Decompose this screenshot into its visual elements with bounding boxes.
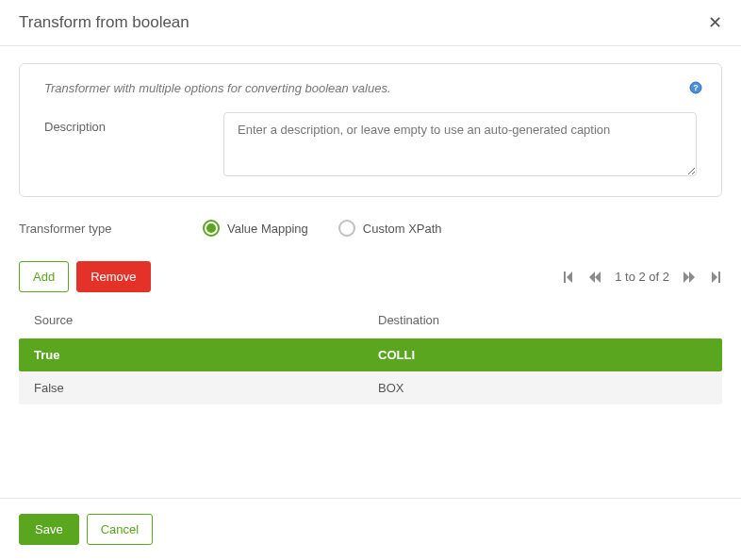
table-row[interactable]: False BOX bbox=[19, 371, 722, 404]
save-button[interactable]: Save bbox=[19, 514, 79, 545]
remove-button[interactable]: Remove bbox=[76, 261, 150, 292]
close-button[interactable]: ✕ bbox=[708, 14, 722, 31]
cell-destination: COLLI bbox=[370, 348, 715, 362]
description-label: Description bbox=[44, 112, 223, 134]
pager-first-icon[interactable] bbox=[562, 272, 575, 283]
cancel-button[interactable]: Cancel bbox=[87, 514, 153, 545]
table-row[interactable]: True COLLI bbox=[19, 338, 722, 371]
transformer-type-group: Value Mapping Custom XPath bbox=[203, 220, 442, 237]
svg-text:?: ? bbox=[693, 83, 699, 92]
radio-value-mapping[interactable]: Value Mapping bbox=[203, 220, 308, 237]
column-destination: Destination bbox=[370, 313, 715, 327]
dialog-header: Transform from boolean ✕ bbox=[0, 0, 741, 46]
dialog-footer: Save Cancel bbox=[0, 498, 741, 560]
mapping-table: Source Destination True COLLI False BOX bbox=[19, 313, 722, 404]
table-header: Source Destination bbox=[19, 313, 722, 338]
description-panel: Transformer with multiple options for co… bbox=[19, 63, 722, 197]
panel-intro-text: Transformer with multiple options for co… bbox=[44, 81, 697, 95]
table-toolbar: Add Remove 1 to 2 of 2 bbox=[19, 261, 722, 292]
dialog-title: Transform from boolean bbox=[19, 13, 189, 32]
radio-label: Custom XPath bbox=[363, 222, 442, 236]
description-input[interactable] bbox=[223, 112, 697, 176]
pager-last-icon[interactable] bbox=[709, 272, 722, 283]
cell-source: False bbox=[26, 381, 370, 395]
radio-custom-xpath[interactable]: Custom XPath bbox=[338, 220, 442, 237]
radio-label: Value Mapping bbox=[227, 222, 308, 236]
radio-icon bbox=[338, 220, 355, 237]
help-icon[interactable]: ? bbox=[689, 81, 702, 94]
pager: 1 to 2 of 2 bbox=[562, 270, 722, 284]
cell-destination: BOX bbox=[370, 381, 715, 395]
column-source: Source bbox=[26, 313, 370, 327]
dialog-content: Transformer with multiple options for co… bbox=[0, 46, 741, 404]
radio-icon bbox=[203, 220, 220, 237]
pager-prev-icon[interactable] bbox=[588, 272, 601, 283]
pager-next-icon[interactable] bbox=[683, 272, 696, 283]
add-button[interactable]: Add bbox=[19, 261, 69, 292]
transformer-type-row: Transformer type Value Mapping Custom XP… bbox=[19, 220, 722, 237]
cell-source: True bbox=[26, 348, 370, 362]
transformer-type-label: Transformer type bbox=[19, 222, 203, 236]
pager-text: 1 to 2 of 2 bbox=[615, 270, 669, 284]
description-row: Description bbox=[44, 112, 697, 179]
